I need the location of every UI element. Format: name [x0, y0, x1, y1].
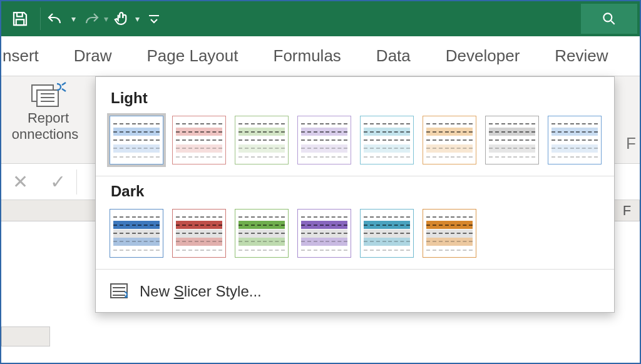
slicer-style-swatch[interactable] — [360, 116, 414, 164]
svg-point-1 — [603, 13, 612, 21]
slicer-style-swatch[interactable] — [423, 209, 476, 258]
chevron-down-icon[interactable]: ▾ — [71, 14, 76, 24]
title-bar: ▾ ▾ ▾ — [1, 1, 640, 36]
report-connections-button[interactable]: Report onnections — [1, 79, 95, 143]
tab-review[interactable]: Review — [552, 46, 610, 66]
slicer-style-swatch[interactable] — [360, 209, 414, 258]
slicer-style-swatch[interactable] — [423, 116, 476, 164]
chevron-down-icon[interactable]: ▾ — [104, 14, 108, 24]
customize-qat-button[interactable] — [143, 4, 165, 34]
slicer-style-swatch[interactable] — [548, 116, 602, 164]
tab-formulas[interactable]: Formulas — [271, 46, 344, 66]
report-connections-icon — [28, 79, 68, 109]
gallery-heading-dark: Dark — [111, 183, 603, 200]
slicer-style-swatch[interactable] — [172, 209, 226, 258]
slicer-style-swatch[interactable] — [235, 116, 289, 164]
tab-insert[interactable]: nsert — [0, 46, 41, 66]
row-header[interactable] — [1, 326, 50, 346]
new-slicer-style-button[interactable]: New Slicer Style... — [107, 276, 603, 312]
slicer-style-swatch[interactable] — [297, 116, 351, 164]
save-button[interactable] — [5, 4, 35, 34]
slicer-style-swatch[interactable] — [110, 209, 163, 258]
redo-button[interactable]: ▾ — [78, 4, 108, 34]
touch-mode-button[interactable]: ▾ — [111, 4, 141, 34]
slicer-style-swatch[interactable] — [297, 209, 351, 258]
enter-button[interactable]: ✓ — [39, 171, 76, 193]
tab-page-layout[interactable]: Page Layout — [144, 46, 240, 66]
cancel-button[interactable]: ✕ — [1, 171, 39, 193]
new-slicer-style-label: New Slicer Style... — [140, 283, 262, 300]
svg-rect-0 — [16, 19, 24, 25]
column-header-f[interactable]: F — [615, 200, 640, 221]
qat-separator — [40, 8, 41, 30]
report-connections-label-1: Report — [1, 110, 95, 126]
chevron-down-icon[interactable]: ▾ — [135, 14, 140, 24]
undo-button[interactable]: ▾ — [46, 4, 76, 34]
tab-developer[interactable]: Developer — [443, 46, 523, 66]
gallery-divider — [96, 269, 614, 270]
ribbon-hint-right: F — [626, 134, 636, 153]
slicer-style-swatch[interactable] — [110, 116, 163, 164]
dark-styles-row — [107, 209, 603, 258]
tab-data[interactable]: Data — [374, 46, 413, 66]
gallery-heading-light: Light — [111, 89, 603, 107]
tab-draw[interactable]: Draw — [71, 46, 115, 66]
new-slicer-style-icon — [110, 282, 131, 301]
search-button[interactable] — [581, 4, 637, 34]
ribbon-tabs: nsert Draw Page Layout Formulas Data Dev… — [1, 36, 640, 76]
slicer-style-swatch[interactable] — [172, 116, 226, 164]
slicer-style-swatch[interactable] — [235, 209, 289, 258]
slicer-style-swatch[interactable] — [485, 116, 539, 164]
slicer-styles-gallery: Light Dark New Slicer Style... — [95, 76, 615, 313]
svg-point-5 — [125, 295, 128, 298]
gallery-divider — [96, 176, 614, 176]
light-styles-row — [107, 116, 603, 164]
report-connections-label-2: onnections — [0, 126, 95, 143]
formula-separator — [76, 169, 77, 195]
